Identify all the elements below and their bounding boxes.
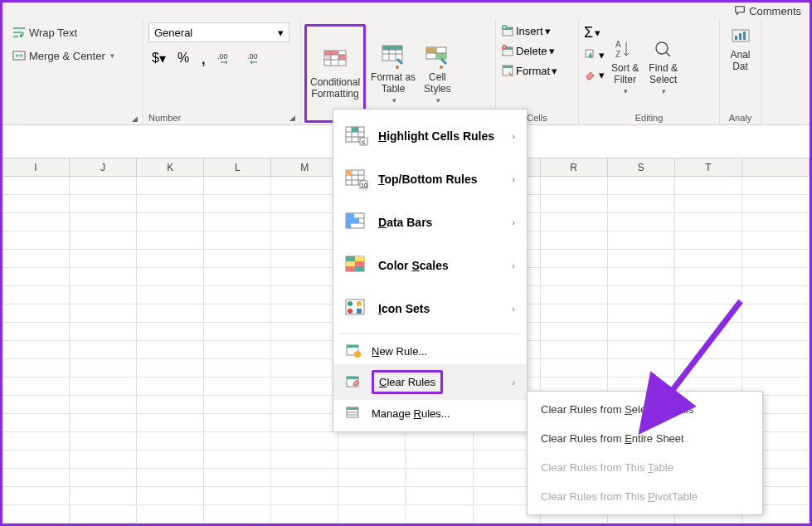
grid-cell[interactable] [137, 177, 204, 194]
grid-cell[interactable] [608, 341, 675, 358]
grid-cell[interactable] [271, 377, 338, 395]
grid-cell[interactable] [742, 213, 810, 231]
grid-cell[interactable] [70, 505, 137, 523]
grid-cell[interactable] [271, 231, 338, 249]
grid-cell[interactable] [541, 177, 608, 194]
grid-cell[interactable] [204, 432, 271, 450]
grid-cell[interactable] [608, 213, 675, 231]
col-header[interactable]: T [675, 158, 742, 176]
grid-cell[interactable] [742, 250, 810, 267]
grid-cell[interactable] [541, 231, 608, 249]
grid-cell[interactable] [2, 177, 70, 194]
grid-cell[interactable] [2, 432, 70, 450]
grid-cell[interactable] [2, 469, 70, 486]
grid-cell[interactable] [742, 341, 810, 358]
grid-cell[interactable] [204, 487, 271, 504]
grid-cell[interactable] [608, 323, 675, 340]
grid-cell[interactable] [675, 268, 742, 285]
grid-cell[interactable] [70, 487, 137, 504]
grid-cell[interactable] [541, 268, 608, 285]
grid-cell[interactable] [742, 231, 810, 249]
grid-cell[interactable] [742, 177, 810, 194]
highlight-cells-rules-item[interactable]: ≤ Highlight Cells Rules › [333, 114, 527, 158]
grid-cell[interactable] [675, 195, 742, 212]
grid-cell[interactable] [338, 505, 406, 523]
grid-cell[interactable] [137, 396, 204, 413]
grid-cell[interactable] [137, 304, 204, 322]
wrap-text-button[interactable]: Wrap Text [7, 22, 138, 42]
grid-cell[interactable] [204, 177, 271, 194]
grid-cell[interactable] [742, 323, 810, 340]
grid-cell[interactable] [271, 396, 338, 413]
grid-cell[interactable] [70, 451, 137, 468]
grid-cell[interactable] [204, 304, 271, 322]
grid-cell[interactable] [2, 377, 70, 395]
grid-cell[interactable] [271, 213, 338, 231]
grid-cell[interactable] [70, 250, 137, 267]
grid-cell[interactable] [70, 414, 137, 431]
grid-cell[interactable] [2, 505, 70, 523]
grid-cell[interactable] [271, 323, 338, 340]
grid-cell[interactable] [137, 487, 204, 504]
grid-cell[interactable] [70, 323, 137, 340]
number-expander[interactable]: ◢ [289, 114, 295, 122]
grid-cell[interactable] [2, 414, 70, 431]
grid-cell[interactable] [406, 469, 473, 486]
grid-cell[interactable] [70, 377, 137, 395]
grid-cell[interactable] [541, 286, 608, 304]
merge-center-button[interactable]: Merge & Center ▾ [7, 46, 138, 66]
clear-button[interactable]: ▾ [584, 66, 605, 83]
grid-cell[interactable] [742, 195, 810, 212]
grid-cell[interactable] [204, 195, 271, 212]
grid-cell[interactable] [608, 286, 675, 304]
grid-cell[interactable] [204, 469, 271, 486]
grid-cell[interactable] [70, 195, 137, 212]
grid-cell[interactable] [137, 451, 204, 468]
grid-cell[interactable] [204, 231, 271, 249]
grid-cell[interactable] [271, 505, 338, 523]
fill-button[interactable]: ▾ [584, 46, 605, 63]
increase-decimal-button[interactable]: .00 [214, 50, 239, 66]
grid-cell[interactable] [70, 469, 137, 486]
grid-cell[interactable] [70, 359, 137, 377]
comments-button[interactable]: Comments [734, 5, 801, 17]
grid-cell[interactable] [2, 451, 70, 468]
grid-cell[interactable] [271, 195, 338, 212]
grid-cell[interactable] [742, 359, 810, 377]
grid-cell[interactable] [608, 231, 675, 249]
grid-cell[interactable] [271, 250, 338, 267]
grid-cell[interactable] [271, 487, 338, 504]
grid-cell[interactable] [137, 250, 204, 267]
grid-cell[interactable] [137, 195, 204, 212]
grid-cell[interactable] [204, 213, 271, 231]
autosum-button[interactable]: Σ▾ [584, 22, 600, 43]
grid-cell[interactable] [2, 231, 70, 249]
grid-cell[interactable] [137, 469, 204, 486]
grid-cell[interactable] [271, 268, 338, 285]
col-header[interactable]: J [70, 158, 137, 176]
grid-cell[interactable] [271, 414, 338, 431]
grid-cell[interactable] [675, 213, 742, 231]
col-header[interactable] [742, 158, 810, 176]
grid-cell[interactable] [70, 268, 137, 285]
number-format-select[interactable]: General ▾ [148, 22, 289, 42]
analyze-data-button[interactable]: Anal Dat [725, 22, 756, 75]
grid-cell[interactable] [742, 304, 810, 322]
grid-cell[interactable] [70, 432, 137, 450]
grid-cell[interactable] [204, 377, 271, 395]
grid-cell[interactable] [137, 414, 204, 431]
grid-cell[interactable] [338, 487, 406, 504]
grid-cell[interactable] [70, 177, 137, 194]
grid-cell[interactable] [204, 286, 271, 304]
grid-cell[interactable] [541, 213, 608, 231]
grid-cell[interactable] [2, 286, 70, 304]
grid-cell[interactable] [541, 304, 608, 322]
grid-cell[interactable] [406, 451, 473, 468]
grid-cell[interactable] [675, 286, 742, 304]
grid-cell[interactable] [608, 268, 675, 285]
grid-cell[interactable] [271, 177, 338, 194]
grid-cell[interactable] [406, 505, 473, 523]
grid-cell[interactable] [675, 341, 742, 358]
grid-cell[interactable] [204, 396, 271, 413]
grid-cell[interactable] [541, 359, 608, 377]
